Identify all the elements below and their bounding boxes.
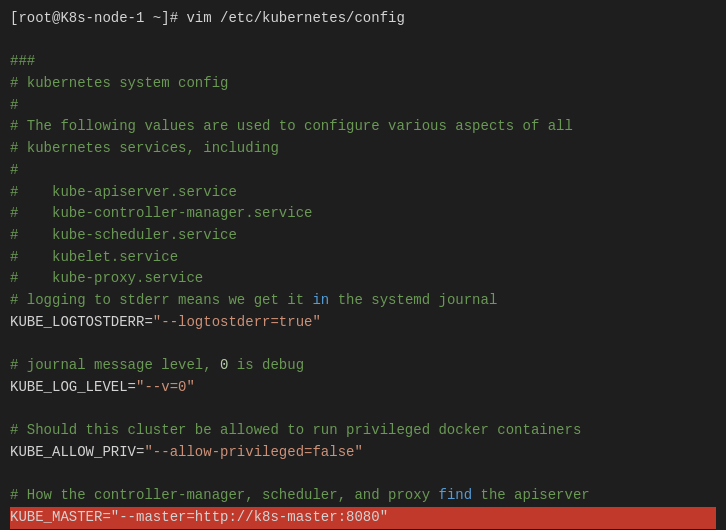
var-kube-log-level: KUBE_LOG_LEVEL= bbox=[10, 379, 136, 395]
comment-apiserver-post: the apiserver bbox=[472, 487, 590, 503]
var-kube-logtostderr: KUBE_LOGTOSTDERR= bbox=[10, 314, 153, 330]
blank-line-0 bbox=[10, 30, 716, 52]
keyword-in: in bbox=[312, 292, 329, 308]
prompt-line: [root@K8s-node-1 ~]# vim /etc/kubernetes… bbox=[10, 8, 716, 30]
comment-following-values: # The following values are used to confi… bbox=[10, 116, 716, 138]
blank-line-3 bbox=[10, 463, 716, 485]
comment-journal-post: is debug bbox=[228, 357, 304, 373]
kube-master-line: KUBE_MASTER="--master=http://k8s-master:… bbox=[10, 507, 716, 529]
var-kube-allow-priv: KUBE_ALLOW_PRIV= bbox=[10, 444, 144, 460]
comment-privileged: # Should this cluster be allowed to run … bbox=[10, 420, 716, 442]
val-log-level: "--v=0" bbox=[136, 379, 195, 395]
var-kube-master: KUBE_MASTER="--master=http://k8s-master:… bbox=[10, 509, 388, 525]
comment-logging-post: the systemd journal bbox=[329, 292, 497, 308]
val-logtostderr: "--logtostderr=true" bbox=[153, 314, 321, 330]
comment-logging-text: # logging to stderr means we get it bbox=[10, 292, 312, 308]
comment-services-including: # kubernetes services, including bbox=[10, 138, 716, 160]
comment-hash-2: # bbox=[10, 160, 716, 182]
comment-apiserver: # kube-apiserver.service bbox=[10, 182, 716, 204]
kube-allow-priv-line: KUBE_ALLOW_PRIV="--allow-privileged=fals… bbox=[10, 442, 716, 464]
comment-logging: # logging to stderr means we get it in t… bbox=[10, 290, 716, 312]
kube-master-highlighted: KUBE_MASTER="--master=http://k8s-master:… bbox=[10, 507, 716, 529]
comment-apiserver-find: # How the controller-manager, scheduler,… bbox=[10, 485, 716, 507]
blank-line-1 bbox=[10, 333, 716, 355]
terminal-window: [root@K8s-node-1 ~]# vim /etc/kubernetes… bbox=[0, 0, 726, 530]
comment-journal: # journal message level, 0 is debug bbox=[10, 355, 716, 377]
comment-hash-1: # bbox=[10, 95, 716, 117]
comment-journal-pre: # journal message level, bbox=[10, 357, 220, 373]
comment-proxy: # kube-proxy.service bbox=[10, 268, 716, 290]
comment-triple-hash: ### bbox=[10, 51, 716, 73]
comment-controller: # kube-controller-manager.service bbox=[10, 203, 716, 225]
val-allow-priv: "--allow-privileged=false" bbox=[144, 444, 362, 460]
comment-apiserver-pre: # How the controller-manager, scheduler,… bbox=[10, 487, 438, 503]
kube-logtostderr-line: KUBE_LOGTOSTDERR="--logtostderr=true" bbox=[10, 312, 716, 334]
comment-kubelet: # kubelet.service bbox=[10, 247, 716, 269]
comment-system-config: # kubernetes system config bbox=[10, 73, 716, 95]
comment-scheduler: # kube-scheduler.service bbox=[10, 225, 716, 247]
kube-log-level-line: KUBE_LOG_LEVEL="--v=0" bbox=[10, 377, 716, 399]
blank-line-2 bbox=[10, 398, 716, 420]
keyword-find: find bbox=[438, 487, 472, 503]
